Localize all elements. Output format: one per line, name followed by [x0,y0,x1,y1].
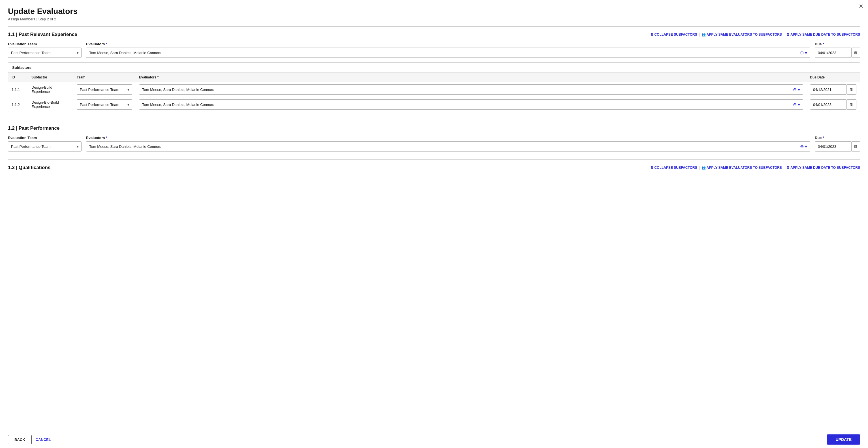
modal-subtitle: Assign Members | Step 2 of 2 [8,17,860,21]
calendar-button-1-2[interactable]: 🗓 [851,141,860,151]
settings-icon-1-2[interactable]: ⊕ [800,144,804,149]
row-subfactor-1-1-1: Design-Build Experience [28,82,73,97]
row-team-select-wrap-1-1-1: Past Performance Team Technical Team [77,84,132,95]
apply-due-date-button-1-3[interactable]: 🗓 APPLY SAME DUE DATE TO SUBFACTORS [786,166,860,170]
apply-evaluators-button-1-3[interactable]: 👥 APPLY SAME EVALUATORS TO SUBFACTORS [702,166,782,170]
row-eval-icons-1-1-2: ⊕ ▾ [793,102,800,107]
evaluators-label-1-2: Evaluators * [86,136,810,140]
col-header-subfactor: Subfactor [28,73,73,82]
row-team-select-1-1-1[interactable]: Past Performance Team Technical Team [77,84,132,95]
subfactors-tbody-1-1: 1.1.1 Design-Build Experience Past Perfo… [8,82,860,112]
apply-due-date-button-1-1[interactable]: 🗓 APPLY SAME DUE DATE TO SUBFACTORS [786,33,860,36]
section-1-2-title: 1.2 | Past Performance [8,125,59,131]
sep-2: | [784,33,784,36]
row-settings-icon-1-1-1[interactable]: ⊕ [793,87,797,92]
req-marker-1-2: * [106,136,107,140]
subfactors-header-row: ID Subfactor Team Evaluators * Due Date [8,73,860,82]
section-1-1-header: 1.1 | Past Relevant Experience ⇅ COLLAPS… [8,32,860,37]
header-divider [8,26,860,27]
eval-team-label-1-2: Evaluation Team [8,136,82,140]
row-date-wrap-1-1-2: 🗓 [810,99,857,110]
eval-team-select-1-1[interactable]: Past Performance Team Technical Team Man… [8,48,82,58]
section-1-2-header: 1.2 | Past Performance [8,125,860,131]
due-group-1-2: Due * 🗓 [815,136,860,151]
bottom-bar: BACK CANCEL UPDATE [0,431,868,448]
row-subfactor-1-1-2: Design-Bid-Build Experience [28,97,73,112]
row-evaluators-input-1-1-2[interactable]: Tom Meese, Sara Daniels, Melanie Connors… [139,99,803,110]
row-calendar-btn-1-1-2[interactable]: 🗓 [847,99,857,110]
col-header-team: Team [73,73,135,82]
row-team-cell-1-1-1: Past Performance Team Technical Team [73,82,135,97]
update-button[interactable]: UPDATE [827,435,860,445]
col-header-evaluators: Evaluators * [135,73,807,82]
col-header-due-date: Due Date [807,73,860,82]
col-header-id: ID [8,73,28,82]
collapse-subfactors-button-1-3[interactable]: ⇅ COLLAPSE SUBFACTORS [651,166,697,170]
row-team-select-wrap-1-1-2: Past Performance Team Technical Team [77,99,132,110]
apply-evaluators-button-1-1[interactable]: 👥 APPLY SAME EVALUATORS TO SUBFACTORS [702,33,782,36]
collapse-icon-1-3: ⇅ [651,166,653,170]
req-marker-due-1-2: * [823,136,824,140]
close-button[interactable]: ✕ [859,3,864,10]
section-1-1-form-row: Evaluation Team Past Performance Team Te… [8,42,860,58]
modal-container: ✕ Update Evaluators Assign Members | Ste… [0,0,868,448]
eval-team-group-1-2: Evaluation Team Past Performance Team Te… [8,136,82,151]
eval-team-select-1-2[interactable]: Past Performance Team Technical Team Man… [8,141,82,151]
eval-team-label-1-1: Evaluation Team [8,42,82,46]
row-id-1-1-1: 1.1.1 [8,82,28,97]
row-dropdown-icon-1-1-1[interactable]: ▾ [798,87,800,92]
date-wrap-1-2: 🗓 [815,141,860,151]
due-date-input-1-2[interactable] [815,141,851,151]
dropdown-icon-1-1[interactable]: ▾ [805,50,807,56]
evaluators-input-1-2[interactable]: Tom Meese, Sara Daniels, Melanie Connors… [86,141,810,151]
row-due-date-input-1-1-1[interactable] [810,84,847,95]
row-evaluators-cell-1-1-1: Tom Meese, Sara Daniels, Melanie Connors… [135,82,807,97]
section-1-1-actions: ⇅ COLLAPSE SUBFACTORS | 👥 APPLY SAME EVA… [651,33,860,36]
sep-1: | [699,33,700,36]
row-dropdown-icon-1-1-2[interactable]: ▾ [798,102,800,107]
collapse-subfactors-button-1-1[interactable]: ⇅ COLLAPSE SUBFACTORS [651,33,697,36]
row-due-date-cell-1-1-2: 🗓 [807,97,860,112]
row-calendar-btn-1-1-1[interactable]: 🗓 [847,84,857,95]
evaluators-icons-1-1: ⊕ ▾ [800,50,807,56]
section-1-3-actions: ⇅ COLLAPSE SUBFACTORS | 👥 APPLY SAME EVA… [651,166,860,170]
collapse-icon-1-1: ⇅ [651,33,653,36]
subfactors-box-1-1: Subfactors ID Subfactor Team Evaluators … [8,62,860,112]
evaluators-input-1-1[interactable]: Tom Meese, Sara Daniels, Melanie Connors… [86,48,810,58]
cancel-button[interactable]: CANCEL [36,438,51,442]
row-evaluators-cell-1-1-2: Tom Meese, Sara Daniels, Melanie Connors… [135,97,807,112]
req-marker-1-1: * [106,42,107,46]
evaluators-label-1-1: Evaluators * [86,42,810,46]
req-marker-due-1-1: * [823,42,824,46]
section-1-1-title: 1.1 | Past Relevant Experience [8,32,77,37]
row-id-1-1-2: 1.1.2 [8,97,28,112]
table-row: 1.1.1 Design-Build Experience Past Perfo… [8,82,860,97]
row-date-wrap-1-1-1: 🗓 [810,84,857,95]
section-1-2-form-row: Evaluation Team Past Performance Team Te… [8,136,860,151]
section-1-2: 1.2 | Past Performance Evaluation Team P… [8,125,860,151]
row-team-select-1-1-2[interactable]: Past Performance Team Technical Team [77,99,132,110]
sep-4: | [784,166,784,170]
due-date-input-1-1[interactable] [815,48,851,58]
date-wrap-1-1: 🗓 [815,48,860,58]
row-team-cell-1-1-2: Past Performance Team Technical Team [73,97,135,112]
back-button[interactable]: BACK [8,435,32,444]
row-evaluators-input-1-1-1[interactable]: Tom Meese, Sara Daniels, Melanie Connors… [139,84,803,95]
calendar-button-1-1[interactable]: 🗓 [851,48,860,58]
row-due-date-input-1-1-2[interactable] [810,99,847,110]
table-row: 1.1.2 Design-Bid-Build Experience Past P… [8,97,860,112]
row-settings-icon-1-1-2[interactable]: ⊕ [793,102,797,107]
section-1-3: 1.3 | Qualifications ⇅ COLLAPSE SUBFACTO… [8,165,860,171]
settings-icon-1-1[interactable]: ⊕ [800,50,804,56]
row-due-date-cell-1-1-1: 🗓 [807,82,860,97]
calendar-icon-1-1: 🗓 [786,33,789,36]
section-1-2-divider [8,120,860,120]
evaluators-group-1-1: Evaluators * Tom Meese, Sara Daniels, Me… [86,42,810,58]
due-group-1-1: Due * 🗓 [815,42,860,58]
eval-team-select-wrap-1-2: Past Performance Team Technical Team Man… [8,141,82,151]
due-label-1-2: Due * [815,136,860,140]
eval-team-select-wrap-1-1: Past Performance Team Technical Team Man… [8,48,82,58]
dropdown-icon-1-2[interactable]: ▾ [805,144,807,149]
evaluators-icons-1-2: ⊕ ▾ [800,144,807,149]
section-1-1: 1.1 | Past Relevant Experience ⇅ COLLAPS… [8,32,860,112]
